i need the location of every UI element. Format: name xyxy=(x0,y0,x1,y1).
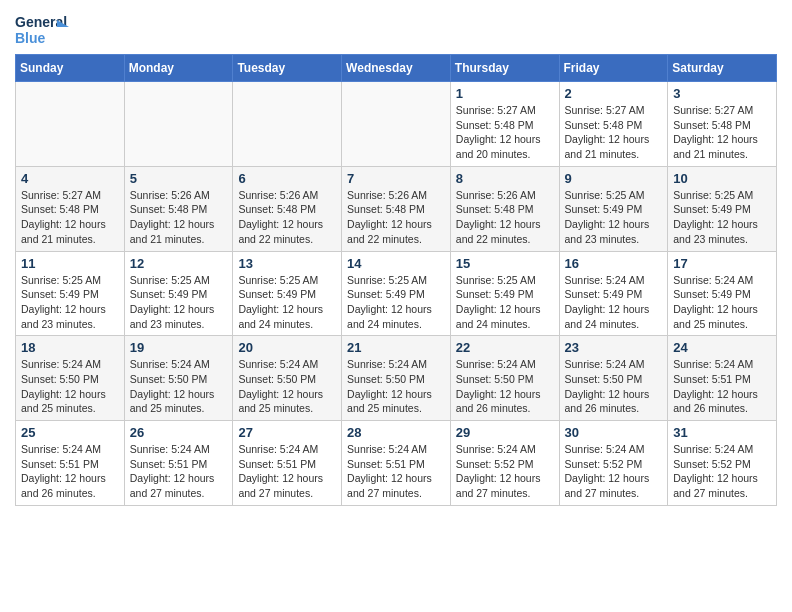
calendar-cell: 26Sunrise: 5:24 AM Sunset: 5:51 PM Dayli… xyxy=(124,421,233,506)
cell-sun-info: Sunrise: 5:24 AM Sunset: 5:50 PM Dayligh… xyxy=(347,357,445,416)
header-day-wednesday: Wednesday xyxy=(342,55,451,82)
calendar-week-5: 25Sunrise: 5:24 AM Sunset: 5:51 PM Dayli… xyxy=(16,421,777,506)
calendar-cell: 4Sunrise: 5:27 AM Sunset: 5:48 PM Daylig… xyxy=(16,166,125,251)
header-day-thursday: Thursday xyxy=(450,55,559,82)
calendar-cell: 17Sunrise: 5:24 AM Sunset: 5:49 PM Dayli… xyxy=(668,251,777,336)
cell-date-number: 19 xyxy=(130,340,228,355)
cell-date-number: 7 xyxy=(347,171,445,186)
cell-date-number: 22 xyxy=(456,340,554,355)
cell-sun-info: Sunrise: 5:24 AM Sunset: 5:50 PM Dayligh… xyxy=(456,357,554,416)
cell-date-number: 20 xyxy=(238,340,336,355)
calendar-cell: 16Sunrise: 5:24 AM Sunset: 5:49 PM Dayli… xyxy=(559,251,668,336)
calendar-week-3: 11Sunrise: 5:25 AM Sunset: 5:49 PM Dayli… xyxy=(16,251,777,336)
cell-date-number: 3 xyxy=(673,86,771,101)
cell-sun-info: Sunrise: 5:25 AM Sunset: 5:49 PM Dayligh… xyxy=(130,273,228,332)
logo-svg: GeneralBlue xyxy=(15,10,75,48)
calendar-cell: 19Sunrise: 5:24 AM Sunset: 5:50 PM Dayli… xyxy=(124,336,233,421)
cell-sun-info: Sunrise: 5:27 AM Sunset: 5:48 PM Dayligh… xyxy=(21,188,119,247)
cell-date-number: 24 xyxy=(673,340,771,355)
cell-date-number: 17 xyxy=(673,256,771,271)
cell-sun-info: Sunrise: 5:25 AM Sunset: 5:49 PM Dayligh… xyxy=(347,273,445,332)
calendar-cell xyxy=(342,82,451,167)
calendar-cell: 20Sunrise: 5:24 AM Sunset: 5:50 PM Dayli… xyxy=(233,336,342,421)
cell-sun-info: Sunrise: 5:25 AM Sunset: 5:49 PM Dayligh… xyxy=(456,273,554,332)
calendar-week-2: 4Sunrise: 5:27 AM Sunset: 5:48 PM Daylig… xyxy=(16,166,777,251)
cell-date-number: 12 xyxy=(130,256,228,271)
cell-date-number: 25 xyxy=(21,425,119,440)
cell-sun-info: Sunrise: 5:24 AM Sunset: 5:51 PM Dayligh… xyxy=(130,442,228,501)
cell-sun-info: Sunrise: 5:27 AM Sunset: 5:48 PM Dayligh… xyxy=(565,103,663,162)
svg-text:Blue: Blue xyxy=(15,30,46,46)
cell-date-number: 2 xyxy=(565,86,663,101)
cell-date-number: 15 xyxy=(456,256,554,271)
cell-sun-info: Sunrise: 5:24 AM Sunset: 5:50 PM Dayligh… xyxy=(130,357,228,416)
page-header: GeneralBlue xyxy=(15,10,777,48)
cell-date-number: 1 xyxy=(456,86,554,101)
cell-date-number: 21 xyxy=(347,340,445,355)
calendar-cell: 21Sunrise: 5:24 AM Sunset: 5:50 PM Dayli… xyxy=(342,336,451,421)
cell-date-number: 4 xyxy=(21,171,119,186)
calendar-cell: 14Sunrise: 5:25 AM Sunset: 5:49 PM Dayli… xyxy=(342,251,451,336)
cell-sun-info: Sunrise: 5:26 AM Sunset: 5:48 PM Dayligh… xyxy=(456,188,554,247)
cell-date-number: 16 xyxy=(565,256,663,271)
calendar-cell: 6Sunrise: 5:26 AM Sunset: 5:48 PM Daylig… xyxy=(233,166,342,251)
calendar-cell: 3Sunrise: 5:27 AM Sunset: 5:48 PM Daylig… xyxy=(668,82,777,167)
calendar-cell xyxy=(16,82,125,167)
calendar-cell xyxy=(233,82,342,167)
logo: GeneralBlue xyxy=(15,10,75,48)
calendar-cell: 5Sunrise: 5:26 AM Sunset: 5:48 PM Daylig… xyxy=(124,166,233,251)
calendar-cell: 31Sunrise: 5:24 AM Sunset: 5:52 PM Dayli… xyxy=(668,421,777,506)
calendar-cell: 11Sunrise: 5:25 AM Sunset: 5:49 PM Dayli… xyxy=(16,251,125,336)
cell-date-number: 23 xyxy=(565,340,663,355)
cell-date-number: 18 xyxy=(21,340,119,355)
calendar-cell: 18Sunrise: 5:24 AM Sunset: 5:50 PM Dayli… xyxy=(16,336,125,421)
calendar-cell: 28Sunrise: 5:24 AM Sunset: 5:51 PM Dayli… xyxy=(342,421,451,506)
cell-sun-info: Sunrise: 5:27 AM Sunset: 5:48 PM Dayligh… xyxy=(673,103,771,162)
calendar-cell: 12Sunrise: 5:25 AM Sunset: 5:49 PM Dayli… xyxy=(124,251,233,336)
calendar-cell: 13Sunrise: 5:25 AM Sunset: 5:49 PM Dayli… xyxy=(233,251,342,336)
calendar-cell: 25Sunrise: 5:24 AM Sunset: 5:51 PM Dayli… xyxy=(16,421,125,506)
header-day-friday: Friday xyxy=(559,55,668,82)
cell-date-number: 9 xyxy=(565,171,663,186)
cell-sun-info: Sunrise: 5:24 AM Sunset: 5:52 PM Dayligh… xyxy=(673,442,771,501)
calendar-cell: 22Sunrise: 5:24 AM Sunset: 5:50 PM Dayli… xyxy=(450,336,559,421)
cell-date-number: 31 xyxy=(673,425,771,440)
calendar-cell: 15Sunrise: 5:25 AM Sunset: 5:49 PM Dayli… xyxy=(450,251,559,336)
cell-sun-info: Sunrise: 5:24 AM Sunset: 5:51 PM Dayligh… xyxy=(21,442,119,501)
cell-date-number: 11 xyxy=(21,256,119,271)
cell-date-number: 13 xyxy=(238,256,336,271)
cell-sun-info: Sunrise: 5:24 AM Sunset: 5:50 PM Dayligh… xyxy=(565,357,663,416)
cell-sun-info: Sunrise: 5:25 AM Sunset: 5:49 PM Dayligh… xyxy=(673,188,771,247)
header-day-sunday: Sunday xyxy=(16,55,125,82)
cell-sun-info: Sunrise: 5:25 AM Sunset: 5:49 PM Dayligh… xyxy=(238,273,336,332)
calendar-cell: 8Sunrise: 5:26 AM Sunset: 5:48 PM Daylig… xyxy=(450,166,559,251)
header-row: SundayMondayTuesdayWednesdayThursdayFrid… xyxy=(16,55,777,82)
cell-date-number: 8 xyxy=(456,171,554,186)
calendar-body: 1Sunrise: 5:27 AM Sunset: 5:48 PM Daylig… xyxy=(16,82,777,506)
calendar-cell: 9Sunrise: 5:25 AM Sunset: 5:49 PM Daylig… xyxy=(559,166,668,251)
calendar-header: SundayMondayTuesdayWednesdayThursdayFrid… xyxy=(16,55,777,82)
calendar-cell: 7Sunrise: 5:26 AM Sunset: 5:48 PM Daylig… xyxy=(342,166,451,251)
cell-sun-info: Sunrise: 5:27 AM Sunset: 5:48 PM Dayligh… xyxy=(456,103,554,162)
cell-date-number: 26 xyxy=(130,425,228,440)
cell-sun-info: Sunrise: 5:24 AM Sunset: 5:51 PM Dayligh… xyxy=(347,442,445,501)
calendar-cell: 1Sunrise: 5:27 AM Sunset: 5:48 PM Daylig… xyxy=(450,82,559,167)
header-day-saturday: Saturday xyxy=(668,55,777,82)
calendar-cell: 10Sunrise: 5:25 AM Sunset: 5:49 PM Dayli… xyxy=(668,166,777,251)
cell-sun-info: Sunrise: 5:24 AM Sunset: 5:52 PM Dayligh… xyxy=(565,442,663,501)
cell-sun-info: Sunrise: 5:25 AM Sunset: 5:49 PM Dayligh… xyxy=(21,273,119,332)
cell-sun-info: Sunrise: 5:24 AM Sunset: 5:50 PM Dayligh… xyxy=(21,357,119,416)
calendar-cell: 24Sunrise: 5:24 AM Sunset: 5:51 PM Dayli… xyxy=(668,336,777,421)
calendar-week-1: 1Sunrise: 5:27 AM Sunset: 5:48 PM Daylig… xyxy=(16,82,777,167)
cell-sun-info: Sunrise: 5:24 AM Sunset: 5:51 PM Dayligh… xyxy=(673,357,771,416)
cell-sun-info: Sunrise: 5:24 AM Sunset: 5:49 PM Dayligh… xyxy=(673,273,771,332)
cell-sun-info: Sunrise: 5:24 AM Sunset: 5:52 PM Dayligh… xyxy=(456,442,554,501)
calendar-week-4: 18Sunrise: 5:24 AM Sunset: 5:50 PM Dayli… xyxy=(16,336,777,421)
calendar-cell: 23Sunrise: 5:24 AM Sunset: 5:50 PM Dayli… xyxy=(559,336,668,421)
header-day-tuesday: Tuesday xyxy=(233,55,342,82)
calendar-cell: 29Sunrise: 5:24 AM Sunset: 5:52 PM Dayli… xyxy=(450,421,559,506)
cell-sun-info: Sunrise: 5:26 AM Sunset: 5:48 PM Dayligh… xyxy=(130,188,228,247)
cell-sun-info: Sunrise: 5:24 AM Sunset: 5:49 PM Dayligh… xyxy=(565,273,663,332)
cell-date-number: 10 xyxy=(673,171,771,186)
cell-date-number: 14 xyxy=(347,256,445,271)
